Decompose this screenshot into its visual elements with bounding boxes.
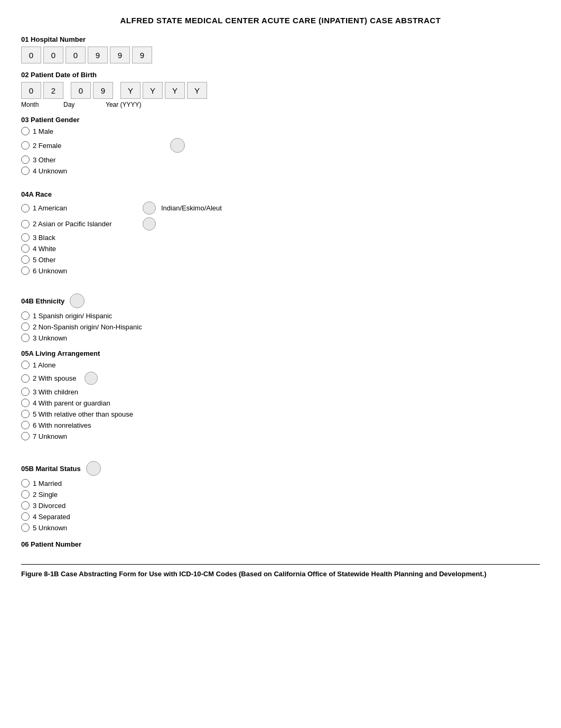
date-labels: Month Day Year (YYYY) — [21, 101, 540, 108]
section02-label: 02 Patient Date of Birth — [21, 71, 540, 79]
marital-option[interactable]: 5 Unknown — [21, 523, 540, 532]
dob-box[interactable]: 0 — [71, 82, 91, 99]
gender-option[interactable]: 4 Unknown — [21, 167, 540, 175]
radio-circle — [21, 421, 30, 429]
gender-option[interactable]: 3 Other — [21, 155, 540, 164]
ethnicity-option[interactable]: 1 Spanish origin/ Hispanic — [21, 311, 540, 320]
section01-label: 01 Hospital Number — [21, 35, 540, 43]
radio-circle — [21, 127, 30, 135]
living-option[interactable]: 2 With spouse — [21, 372, 540, 385]
living-option[interactable]: 5 With relative other than spouse — [21, 410, 540, 418]
radio-circle — [21, 266, 30, 275]
dob-input-row: 0209YYYY — [21, 82, 540, 99]
section05b-label: 05B Marital Status — [21, 465, 81, 473]
radio-circle — [21, 334, 30, 342]
marital-option[interactable]: 1 Married — [21, 479, 540, 487]
section04a-label: 04A Race — [21, 190, 540, 198]
radio-circle — [21, 432, 30, 440]
marital-option[interactable]: 4 Separated — [21, 512, 540, 521]
section04b-header: 04B Ethnicity — [21, 293, 540, 308]
gender-option[interactable]: 1 Male — [21, 127, 540, 135]
month-label: Month — [21, 101, 63, 108]
day-label: Day — [63, 101, 106, 108]
race-indicator-circle — [143, 201, 156, 215]
radio-circle — [21, 220, 30, 228]
radio-circle — [21, 501, 30, 510]
marital-option[interactable]: 2 Single — [21, 490, 540, 499]
gender-option[interactable]: 2 Female — [21, 138, 540, 153]
race-option[interactable]: 2 Asian or Pacific Islander — [21, 217, 540, 231]
radio-circle — [21, 322, 30, 331]
living-option[interactable]: 3 With children — [21, 388, 540, 396]
radio-circle — [21, 399, 30, 407]
section04b-label: 04B Ethnicity — [21, 297, 64, 305]
living-indicator-circle — [85, 372, 98, 385]
section05b-header: 05B Marital Status — [21, 461, 540, 476]
radio-circle — [21, 233, 30, 242]
page-title: ALFRED STATE MEDICAL CENTER ACUTE CARE (… — [21, 16, 540, 25]
radio-circle — [21, 204, 30, 213]
radio-circle — [21, 141, 30, 150]
race-option[interactable]: 4 White — [21, 244, 540, 253]
marital-options: 1 Married2 Single3 Divorced4 Separated5 … — [21, 479, 540, 532]
dob-box[interactable]: 2 — [43, 82, 63, 99]
dob-box[interactable]: 9 — [93, 82, 113, 99]
dob-box[interactable]: Y — [187, 82, 207, 99]
dob-box[interactable]: Y — [165, 82, 185, 99]
radio-circle — [21, 167, 30, 175]
ethnicity-option[interactable]: 2 Non-Spanish origin/ Non-Hispanic — [21, 322, 540, 331]
radio-circle — [21, 361, 30, 369]
dob-box[interactable]: 0 — [21, 82, 41, 99]
radio-circle — [21, 410, 30, 418]
radio-circle — [21, 374, 30, 383]
dob-box[interactable]: Y — [143, 82, 163, 99]
section04b-circle — [70, 293, 85, 308]
hospital-number-box[interactable]: 9 — [110, 47, 130, 63]
radio-circle — [21, 388, 30, 396]
hospital-number-box[interactable]: 9 — [88, 47, 108, 63]
radio-circle — [21, 255, 30, 264]
year-label: Year (YYYY) — [106, 101, 169, 108]
section05a-label: 05A Living Arrangement — [21, 349, 540, 357]
hospital-number-box[interactable]: 9 — [132, 47, 152, 63]
hospital-number-box[interactable]: 0 — [21, 47, 41, 63]
section03-indicator-circle — [170, 138, 185, 153]
race-option[interactable]: 5 Other — [21, 255, 540, 264]
radio-circle — [21, 311, 30, 320]
section05b-circle — [86, 461, 101, 476]
ethnicity-options: 1 Spanish origin/ Hispanic2 Non-Spanish … — [21, 311, 540, 342]
radio-circle — [21, 244, 30, 253]
race-option[interactable]: 6 Unknown — [21, 266, 540, 275]
marital-option[interactable]: 3 Divorced — [21, 501, 540, 510]
gender-options: 1 Male2 Female3 Other4 Unknown — [21, 127, 540, 175]
race-options: 1 AmericanIndian/Eskimo/Aleut2 Asian or … — [21, 201, 540, 275]
radio-circle — [21, 479, 30, 487]
race-option[interactable]: 1 AmericanIndian/Eskimo/Aleut — [21, 201, 540, 215]
hospital-number-row: 000999 — [21, 47, 540, 63]
living-option[interactable]: 4 With parent or guardian — [21, 399, 540, 407]
radio-circle — [21, 155, 30, 164]
race-option[interactable]: 3 Black — [21, 233, 540, 242]
radio-circle — [21, 523, 30, 532]
hospital-number-box[interactable]: 0 — [66, 47, 86, 63]
radio-circle — [21, 490, 30, 499]
race-indicator-circle — [143, 217, 156, 231]
living-options: 1 Alone2 With spouse3 With children4 Wit… — [21, 361, 540, 440]
ethnicity-option[interactable]: 3 Unknown — [21, 334, 540, 342]
hospital-number-box[interactable]: 0 — [43, 47, 63, 63]
living-option[interactable]: 1 Alone — [21, 361, 540, 369]
radio-circle — [21, 512, 30, 521]
dob-box[interactable]: Y — [120, 82, 141, 99]
figure-caption: Figure 8-1B Case Abstracting Form for Us… — [21, 564, 540, 578]
living-option[interactable]: 7 Unknown — [21, 432, 540, 440]
section06-label: 06 Patient Number — [21, 540, 540, 548]
section03-label: 03 Patient Gender — [21, 116, 540, 124]
living-option[interactable]: 6 With nonrelatives — [21, 421, 540, 429]
